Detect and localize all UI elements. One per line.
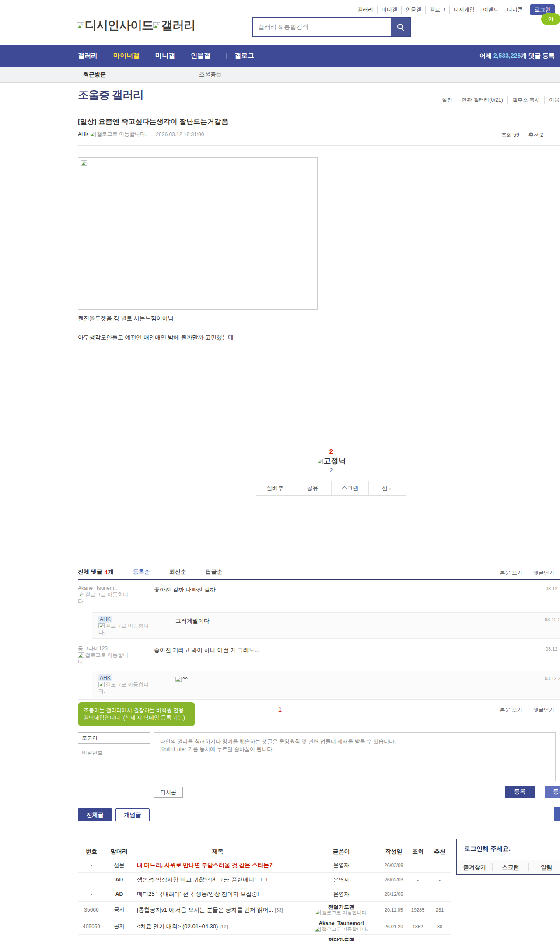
post-author[interactable]: AHK bbox=[78, 131, 89, 137]
gallog-link-text[interactable]: 갤로그로 이동합니다. bbox=[322, 910, 368, 915]
gallog-link-text[interactable]: 갤로그로 이동합니다. bbox=[78, 592, 128, 604]
comment-date: 03.12 bbox=[546, 646, 558, 652]
comment-divider bbox=[78, 669, 560, 669]
gallery-settings-link[interactable]: 설정 bbox=[438, 96, 457, 104]
gallog-link-text[interactable]: 갤로그로 이동합니다. bbox=[78, 652, 128, 665]
broken-image-icon bbox=[77, 22, 84, 28]
sort-reply[interactable]: 답글순 bbox=[206, 568, 223, 576]
night-mode-button[interactable]: 야간 모드 bbox=[541, 13, 560, 25]
comments-count: 4 bbox=[105, 569, 108, 575]
post-image-placeholder bbox=[78, 157, 318, 310]
util-link-gallog[interactable]: 갤로그 bbox=[426, 6, 450, 14]
comments-toolbar: 본문 보기 댓글닫기 bbox=[495, 569, 560, 577]
recent-visit-label[interactable]: 최근방문 bbox=[83, 67, 106, 82]
comments-header: 전체 댓글 4 개 등록순 최신순 답글순 bbox=[78, 568, 223, 576]
view-post-link[interactable]: 본문 보기 bbox=[495, 706, 528, 714]
close-comments-link[interactable]: 댓글닫기 bbox=[528, 706, 560, 714]
gallery-title[interactable]: 조울증 갤러리 bbox=[78, 88, 144, 102]
concept-posts-button[interactable]: 개념글 bbox=[116, 808, 150, 821]
view-post-link[interactable]: 본문 보기 bbox=[495, 569, 528, 577]
writer-name[interactable]: Akane_Tsunemori bbox=[318, 920, 364, 927]
table-row: - 설문 내 며느리, 사위로 만나면 부담스러울 것 같은 스타는? 운영자 … bbox=[78, 858, 451, 873]
favorite-button[interactable]: 즐겨찾기 bbox=[457, 863, 492, 871]
gallog-link-text[interactable]: 갤로그로 이동합니다. bbox=[98, 623, 149, 635]
silbechu-button[interactable]: 실베추 bbox=[256, 481, 294, 495]
nickname-input[interactable] bbox=[78, 732, 150, 744]
scrap-button[interactable]: 스크랩 bbox=[331, 481, 369, 495]
search-button[interactable] bbox=[391, 18, 410, 36]
post-meta: AHK 갤로그로 이동합니다. 2026.03.12 18:31:00 bbox=[78, 130, 204, 138]
search-input[interactable] bbox=[253, 18, 391, 36]
util-link-gallery[interactable]: 갤러리 bbox=[354, 6, 378, 14]
post-link[interactable]: 안녕하세요 조울증 마이너 갤러리입니다. bbox=[137, 940, 240, 941]
comment-date: 03.12 2 bbox=[545, 676, 560, 681]
util-link-minigal[interactable]: 미니갤 bbox=[378, 6, 402, 14]
broken-image-icon bbox=[78, 592, 84, 597]
gallog-link-text[interactable]: 갤로그로 이동합니다. bbox=[97, 130, 147, 138]
nav-mini-gallery[interactable]: 미니갤 bbox=[155, 52, 175, 60]
comment-count: 2,533,226 bbox=[494, 52, 521, 59]
nav-gallery[interactable]: 갤러리 bbox=[78, 52, 98, 60]
writer-name[interactable]: 운영자 bbox=[302, 876, 381, 884]
minor-gallery-badge-icon: ⓜ bbox=[216, 71, 221, 78]
post-link[interactable]: [통합공지v1.0] 처음 오시는 분들은 공지를 먼저 읽어... bbox=[137, 906, 273, 913]
comment-text: 좋아진 걸까 나빠진 걸까 bbox=[154, 586, 216, 594]
commenter-name[interactable]: AHK bbox=[98, 674, 112, 681]
login-message: 로그인해 주세요. bbox=[457, 839, 560, 853]
gallery-actions: 설정 연관 갤러리(0/21) 갤주소 복사 이용안내 bbox=[438, 96, 560, 104]
usage-guide-link[interactable]: 이용안내 bbox=[545, 96, 560, 104]
comment-date: 03.12 bbox=[546, 586, 558, 591]
table-row: - AD 메디25 '국내최대' 전국 생동/임상 참여자 모집중! 운영자 2… bbox=[78, 887, 451, 902]
sort-newest[interactable]: 최신순 bbox=[169, 568, 186, 576]
commenter-name[interactable]: 동그라미123 bbox=[78, 645, 108, 652]
post-link[interactable]: 메디25 '국내최대' 전국 생동/임상 참여자 모집중! bbox=[137, 891, 259, 897]
table-row: 4981 공지 안녕하세요 조울증 마이너 갤러리입니다.[12] 전달가드맨 … bbox=[78, 935, 451, 941]
comment-textarea[interactable]: 타인의 권리를 침해하거나 명예를 훼손하는 댓글은 운영원칙 및 관련 법률에… bbox=[154, 732, 556, 781]
nav-minor-gallery[interactable]: 마이너갤 bbox=[113, 52, 140, 60]
commenter-name[interactable]: Akane_Tsunem.. bbox=[78, 585, 117, 591]
fixed-nick-vote-button[interactable]: 고정닉 bbox=[256, 456, 406, 466]
vote-box: 2 고정닉 2 실베추 공유 스크랩 신고 bbox=[256, 441, 406, 496]
writer-name[interactable]: 전달가드맨 bbox=[328, 904, 354, 910]
table-row: 35666 공지 [통합공지v1.0] 처음 오시는 분들은 공지를 먼저 읽어… bbox=[78, 902, 451, 918]
dccon-button[interactable]: 디시콘 bbox=[154, 787, 183, 798]
broken-image-icon bbox=[98, 623, 105, 628]
broken-image-icon bbox=[81, 160, 87, 166]
writer-name[interactable]: 운영자 bbox=[302, 862, 381, 869]
scrap-button[interactable]: 스크랩 bbox=[492, 863, 528, 871]
util-link-dccon[interactable]: 디시콘 bbox=[503, 6, 527, 14]
comments-toolbar: 본문 보기 댓글닫기 bbox=[495, 706, 560, 714]
password-input[interactable] bbox=[78, 747, 150, 758]
copy-gallery-url-link[interactable]: 갤주소 복사 bbox=[508, 96, 545, 104]
main-nav: 갤러리 마이너갤 미니갤 인물갤 갤로그 어제 2,533,226개 댓글 등록 bbox=[0, 45, 560, 67]
share-button[interactable]: 공유 bbox=[294, 481, 331, 495]
report-button[interactable]: 신고 bbox=[368, 481, 406, 495]
close-comments-link[interactable]: 댓글닫기 bbox=[528, 569, 560, 577]
util-link-dcgame[interactable]: 디시게임 bbox=[450, 6, 479, 14]
post-link[interactable]: 내 며느리, 사위로 만나면 부담스러울 것 같은 스타는? bbox=[137, 862, 273, 868]
write-post-button[interactable]: 글쓰기 bbox=[554, 807, 560, 821]
recent-gallery-link[interactable]: 조울증ⓜ bbox=[199, 67, 221, 82]
post-link[interactable]: <치료 일기 대회> (02.01~04.30) bbox=[137, 923, 218, 930]
post-body-text: 왠진몰루겟음 걍 별로 사는느낌이아님 bbox=[78, 314, 174, 322]
util-link-event[interactable]: 이벤트 bbox=[479, 6, 503, 14]
alarm-button[interactable]: 알림 bbox=[528, 863, 560, 871]
nav-gallog[interactable]: 갤로그 bbox=[234, 52, 254, 60]
comment-submit-button[interactable]: 등록 bbox=[505, 786, 535, 798]
writer-name[interactable]: 전달가드맨 bbox=[328, 937, 354, 941]
util-link-persongal[interactable]: 인물갤 bbox=[402, 6, 426, 14]
comment-submit-button-secondary[interactable]: 등록 bbox=[545, 786, 560, 798]
related-galleries-link[interactable]: 연관 갤러리(0/21) bbox=[457, 96, 508, 104]
writer-name[interactable]: 운영자 bbox=[302, 891, 381, 898]
comment-count-badge: [12] bbox=[220, 924, 228, 929]
commenter-name[interactable]: AHK bbox=[98, 616, 112, 623]
gallog-link-text[interactable]: 갤로그로 이동합니다. bbox=[98, 681, 149, 694]
nav-person-gallery[interactable]: 인물갤 bbox=[191, 52, 210, 60]
sort-registered[interactable]: 등록순 bbox=[133, 568, 150, 576]
downvote-count: 2 bbox=[256, 467, 406, 473]
nav-divider bbox=[226, 53, 227, 59]
site-logo[interactable]: 디시인사이드 갤러리 bbox=[77, 18, 195, 33]
post-link[interactable]: 생동성·임상시험 비교 귀찮으면 그냥 '플랜메디' ㄱㄱ bbox=[137, 876, 268, 883]
gallog-link-text[interactable]: 갤로그로 이동합니다. bbox=[322, 927, 368, 932]
all-posts-button[interactable]: 전체글 bbox=[78, 808, 112, 821]
